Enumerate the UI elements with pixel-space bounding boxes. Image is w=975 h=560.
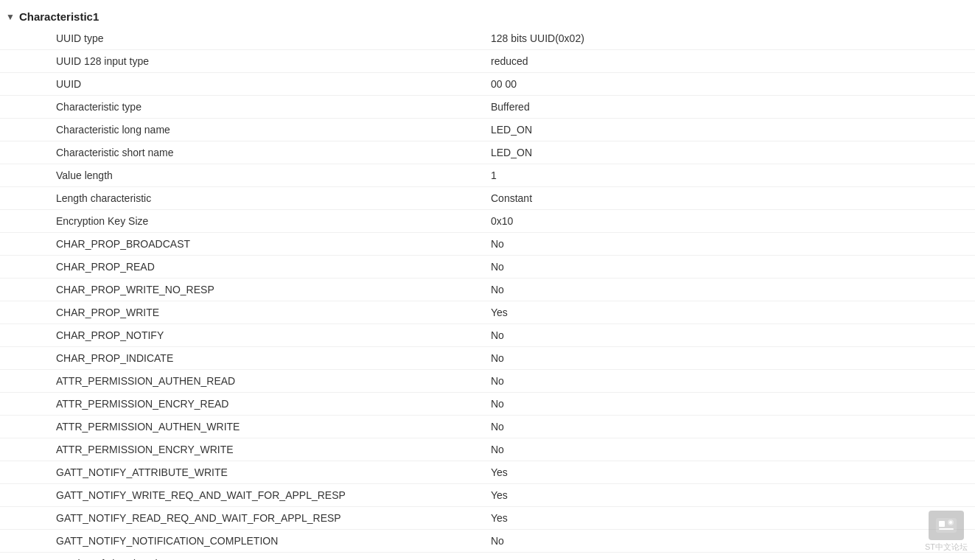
property-label: Number of char descriptors bbox=[0, 553, 479, 561]
property-value: No bbox=[479, 438, 975, 461]
property-label: Encryption Key Size bbox=[0, 210, 479, 233]
table-row: ATTR_PERMISSION_ENCRY_READNo bbox=[0, 393, 975, 416]
properties-table: UUID type128 bits UUID(0x02)UUID 128 inp… bbox=[0, 27, 975, 560]
table-row: GATT_NOTIFY_NOTIFICATION_COMPLETIONNo bbox=[0, 530, 975, 553]
property-label: CHAR_PROP_NOTIFY bbox=[0, 324, 479, 347]
property-label: ATTR_PERMISSION_ENCRY_WRITE bbox=[0, 438, 479, 461]
watermark-text: ST中文论坛 bbox=[925, 542, 968, 553]
section-title: Characteristic1 bbox=[19, 10, 99, 23]
property-label: CHAR_PROP_BROADCAST bbox=[0, 233, 479, 256]
table-row: CHAR_PROP_WRITEYes bbox=[0, 301, 975, 324]
table-row: GATT_NOTIFY_WRITE_REQ_AND_WAIT_FOR_APPL_… bbox=[0, 484, 975, 507]
table-row: CHAR_PROP_READNo bbox=[0, 256, 975, 279]
property-label: Value length bbox=[0, 164, 479, 187]
table-row: UUID 128 input typereduced bbox=[0, 50, 975, 73]
table-row: Characteristic short nameLED_ON bbox=[0, 141, 975, 164]
table-row: CHAR_PROP_INDICATENo bbox=[0, 347, 975, 370]
property-label: CHAR_PROP_INDICATE bbox=[0, 347, 479, 370]
property-value: No bbox=[479, 324, 975, 347]
table-row: Value length1 bbox=[0, 164, 975, 187]
property-value: No bbox=[479, 393, 975, 416]
property-value: No bbox=[479, 233, 975, 256]
svg-rect-2 bbox=[939, 528, 954, 530]
table-row: ATTR_PERMISSION_AUTHEN_READNo bbox=[0, 370, 975, 393]
property-value: Yes bbox=[479, 484, 975, 507]
property-value: LED_ON bbox=[479, 141, 975, 164]
property-label: Characteristic short name bbox=[0, 141, 479, 164]
property-value: No bbox=[479, 347, 975, 370]
table-row: Characteristic typeBuffered bbox=[0, 96, 975, 119]
property-value: LED_ON bbox=[479, 119, 975, 141]
property-label: Length characteristic bbox=[0, 187, 479, 210]
table-row: Number of char descriptors0 bbox=[0, 553, 975, 561]
table-row: CHAR_PROP_BROADCASTNo bbox=[0, 233, 975, 256]
property-value: 128 bits UUID(0x02) bbox=[479, 27, 975, 50]
property-value: 0x10 bbox=[479, 210, 975, 233]
table-row: ATTR_PERMISSION_ENCRY_WRITENo bbox=[0, 438, 975, 461]
table-row: UUID type128 bits UUID(0x02) bbox=[0, 27, 975, 50]
property-value: Yes bbox=[479, 301, 975, 324]
property-value: Yes bbox=[479, 507, 975, 530]
property-value: 00 00 bbox=[479, 73, 975, 96]
table-row: GATT_NOTIFY_ATTRIBUTE_WRITEYes bbox=[0, 461, 975, 484]
property-label: UUID 128 input type bbox=[0, 50, 479, 73]
table-row: GATT_NOTIFY_READ_REQ_AND_WAIT_FOR_APPL_R… bbox=[0, 507, 975, 530]
property-label: Characteristic long name bbox=[0, 119, 479, 141]
table-row: Characteristic long nameLED_ON bbox=[0, 119, 975, 141]
property-label: ATTR_PERMISSION_AUTHEN_READ bbox=[0, 370, 479, 393]
property-value: Yes bbox=[479, 461, 975, 484]
svg-rect-1 bbox=[939, 521, 945, 527]
property-label: UUID type bbox=[0, 27, 479, 50]
property-label: UUID bbox=[0, 73, 479, 96]
watermark: ST中文论坛 bbox=[925, 511, 968, 553]
page-container: ▼ Characteristic1 UUID type128 bits UUID… bbox=[0, 0, 975, 560]
property-value: No bbox=[479, 256, 975, 279]
property-label: GATT_NOTIFY_READ_REQ_AND_WAIT_FOR_APPL_R… bbox=[0, 507, 479, 530]
table-row: ATTR_PERMISSION_AUTHEN_WRITENo bbox=[0, 416, 975, 438]
property-label: GATT_NOTIFY_NOTIFICATION_COMPLETION bbox=[0, 530, 479, 553]
property-label: CHAR_PROP_WRITE bbox=[0, 301, 479, 324]
table-row: UUID00 00 bbox=[0, 73, 975, 96]
property-label: GATT_NOTIFY_WRITE_REQ_AND_WAIT_FOR_APPL_… bbox=[0, 484, 479, 507]
property-value: No bbox=[479, 279, 975, 301]
section-header[interactable]: ▼ Characteristic1 bbox=[0, 6, 975, 27]
table-row: CHAR_PROP_NOTIFYNo bbox=[0, 324, 975, 347]
property-label: GATT_NOTIFY_ATTRIBUTE_WRITE bbox=[0, 461, 479, 484]
table-row: Encryption Key Size0x10 bbox=[0, 210, 975, 233]
watermark-icon bbox=[929, 511, 964, 540]
property-label: ATTR_PERMISSION_AUTHEN_WRITE bbox=[0, 416, 479, 438]
property-label: CHAR_PROP_WRITE_NO_RESP bbox=[0, 279, 479, 301]
property-value: 0 bbox=[479, 553, 975, 561]
property-value: reduced bbox=[479, 50, 975, 73]
property-value: Constant bbox=[479, 187, 975, 210]
property-value: Buffered bbox=[479, 96, 975, 119]
property-label: CHAR_PROP_READ bbox=[0, 256, 479, 279]
property-value: No bbox=[479, 370, 975, 393]
table-row: CHAR_PROP_WRITE_NO_RESPNo bbox=[0, 279, 975, 301]
svg-point-4 bbox=[949, 521, 952, 524]
property-value: No bbox=[479, 530, 975, 553]
property-label: ATTR_PERMISSION_ENCRY_READ bbox=[0, 393, 479, 416]
property-label: Characteristic type bbox=[0, 96, 479, 119]
property-value: 1 bbox=[479, 164, 975, 187]
collapse-icon[interactable]: ▼ bbox=[6, 12, 15, 22]
table-row: Length characteristicConstant bbox=[0, 187, 975, 210]
property-value: No bbox=[479, 416, 975, 438]
